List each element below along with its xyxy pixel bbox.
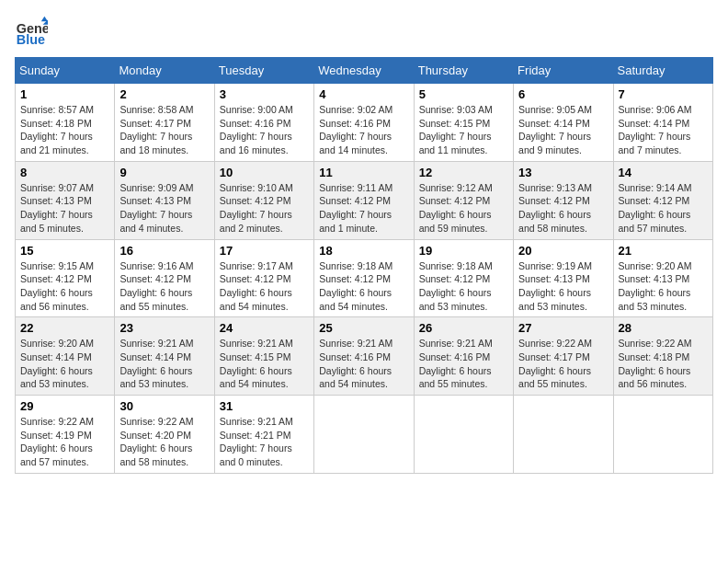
day-info: Sunrise: 9:02 AMSunset: 4:16 PMDaylight:… [319,103,408,157]
calendar-header-monday: Monday [115,58,214,84]
day-info: Sunrise: 8:58 AMSunset: 4:17 PMDaylight:… [119,103,209,157]
day-info: Sunrise: 9:15 AMSunset: 4:12 PMDaylight:… [20,259,109,314]
day-info: Sunrise: 9:20 AMSunset: 4:14 PMDaylight:… [20,337,109,391]
calendar-cell: 23Sunrise: 9:21 AMSunset: 4:14 PMDayligh… [115,317,214,396]
day-number: 15 [20,244,109,258]
day-info: Sunrise: 9:17 AMSunset: 4:12 PMDaylight:… [220,259,309,314]
calendar-cell: 5Sunrise: 9:03 AMSunset: 4:15 PMDaylight… [414,84,513,162]
svg-marker-2 [41,17,48,21]
day-info: Sunrise: 9:19 AMSunset: 4:13 PMDaylight:… [518,259,608,314]
calendar-cell: 14Sunrise: 9:14 AMSunset: 4:12 PMDayligh… [613,161,712,239]
calendar-cell: 4Sunrise: 9:02 AMSunset: 4:16 PMDaylight… [314,84,414,162]
calendar-header-wednesday: Wednesday [314,58,414,84]
calendar-cell: 22Sunrise: 9:20 AMSunset: 4:14 PMDayligh… [16,317,115,396]
calendar-header-tuesday: Tuesday [214,58,313,84]
day-number: 22 [20,321,109,335]
day-info: Sunrise: 9:16 AMSunset: 4:12 PMDaylight:… [119,259,209,314]
day-info: Sunrise: 9:22 AMSunset: 4:18 PMDaylight:… [619,337,708,391]
day-number: 20 [518,244,608,258]
day-number: 1 [20,87,109,101]
header: General Blue [15,15,713,48]
day-number: 4 [319,87,408,101]
day-number: 11 [319,166,408,179]
calendar-cell: 21Sunrise: 9:20 AMSunset: 4:13 PMDayligh… [613,239,712,317]
day-number: 5 [419,87,508,101]
day-number: 18 [319,244,408,258]
day-number: 8 [20,166,109,179]
day-info: Sunrise: 9:21 AMSunset: 4:14 PMDaylight:… [119,337,209,391]
calendar-cell: 25Sunrise: 9:21 AMSunset: 4:16 PMDayligh… [314,317,414,396]
day-number: 27 [518,321,608,335]
day-info: Sunrise: 9:18 AMSunset: 4:12 PMDaylight:… [319,259,408,314]
day-info: Sunrise: 9:11 AMSunset: 4:12 PMDaylight:… [319,181,408,236]
calendar-cell: 2Sunrise: 8:58 AMSunset: 4:17 PMDaylight… [115,84,214,162]
day-info: Sunrise: 9:22 AMSunset: 4:17 PMDaylight:… [518,337,608,391]
calendar-cell: 15Sunrise: 9:15 AMSunset: 4:12 PMDayligh… [16,239,115,317]
calendar-cell: 6Sunrise: 9:05 AMSunset: 4:14 PMDaylight… [514,84,613,162]
day-info: Sunrise: 9:22 AMSunset: 4:19 PMDaylight:… [20,415,109,469]
day-number: 14 [619,166,708,179]
day-info: Sunrise: 9:12 AMSunset: 4:12 PMDaylight:… [419,181,508,236]
day-info: Sunrise: 9:21 AMSunset: 4:21 PMDaylight:… [220,415,309,469]
day-info: Sunrise: 9:06 AMSunset: 4:14 PMDaylight:… [619,103,708,157]
calendar-cell: 31Sunrise: 9:21 AMSunset: 4:21 PMDayligh… [214,396,313,474]
day-number: 19 [419,244,508,258]
calendar-cell: 30Sunrise: 9:22 AMSunset: 4:20 PMDayligh… [115,396,214,474]
calendar-cell: 7Sunrise: 9:06 AMSunset: 4:14 PMDaylight… [613,84,712,162]
day-number: 24 [220,321,309,335]
day-info: Sunrise: 9:07 AMSunset: 4:13 PMDaylight:… [20,181,109,236]
calendar-week-row: 8Sunrise: 9:07 AMSunset: 4:13 PMDaylight… [16,161,713,239]
day-number: 9 [119,166,209,179]
day-number: 2 [119,87,209,101]
calendar-cell [514,396,613,474]
calendar-cell: 1Sunrise: 8:57 AMSunset: 4:18 PMDaylight… [16,84,115,162]
calendar-cell: 28Sunrise: 9:22 AMSunset: 4:18 PMDayligh… [613,317,712,396]
day-number: 30 [119,399,209,413]
day-number: 29 [20,399,109,413]
day-info: Sunrise: 9:18 AMSunset: 4:12 PMDaylight:… [419,259,508,314]
calendar-cell [613,396,712,474]
svg-text:Blue: Blue [17,32,45,47]
day-number: 10 [220,166,309,179]
calendar-header-sunday: Sunday [16,58,115,84]
logo-icon: General Blue [15,15,48,48]
calendar-cell: 10Sunrise: 9:10 AMSunset: 4:12 PMDayligh… [214,161,313,239]
day-info: Sunrise: 9:14 AMSunset: 4:12 PMDaylight:… [619,181,708,236]
day-number: 6 [518,87,608,101]
day-number: 7 [619,87,708,101]
day-number: 12 [419,166,508,179]
day-info: Sunrise: 9:10 AMSunset: 4:12 PMDaylight:… [220,181,309,236]
calendar-cell: 24Sunrise: 9:21 AMSunset: 4:15 PMDayligh… [214,317,313,396]
calendar-cell: 29Sunrise: 9:22 AMSunset: 4:19 PMDayligh… [16,396,115,474]
calendar-header-thursday: Thursday [414,58,513,84]
calendar-cell: 13Sunrise: 9:13 AMSunset: 4:12 PMDayligh… [514,161,613,239]
calendar-cell: 8Sunrise: 9:07 AMSunset: 4:13 PMDaylight… [16,161,115,239]
day-info: Sunrise: 9:13 AMSunset: 4:12 PMDaylight:… [518,181,608,236]
calendar-header-friday: Friday [514,58,613,84]
calendar-cell: 12Sunrise: 9:12 AMSunset: 4:12 PMDayligh… [414,161,513,239]
calendar-cell: 19Sunrise: 9:18 AMSunset: 4:12 PMDayligh… [414,239,513,317]
day-info: Sunrise: 9:05 AMSunset: 4:14 PMDaylight:… [518,103,608,157]
day-number: 3 [220,87,309,101]
day-number: 17 [220,244,309,258]
calendar-cell: 20Sunrise: 9:19 AMSunset: 4:13 PMDayligh… [514,239,613,317]
day-number: 28 [619,321,708,335]
calendar-cell [414,396,513,474]
calendar-week-row: 29Sunrise: 9:22 AMSunset: 4:19 PMDayligh… [16,396,713,474]
day-number: 16 [119,244,209,258]
day-info: Sunrise: 9:03 AMSunset: 4:15 PMDaylight:… [419,103,508,157]
calendar-week-row: 15Sunrise: 9:15 AMSunset: 4:12 PMDayligh… [16,239,713,317]
day-info: Sunrise: 9:21 AMSunset: 4:16 PMDaylight:… [419,337,508,391]
day-info: Sunrise: 9:09 AMSunset: 4:13 PMDaylight:… [119,181,209,236]
calendar-cell: 17Sunrise: 9:17 AMSunset: 4:12 PMDayligh… [214,239,313,317]
calendar-cell: 9Sunrise: 9:09 AMSunset: 4:13 PMDaylight… [115,161,214,239]
day-number: 26 [419,321,508,335]
day-info: Sunrise: 9:21 AMSunset: 4:15 PMDaylight:… [220,337,309,391]
day-info: Sunrise: 9:00 AMSunset: 4:16 PMDaylight:… [220,103,309,157]
day-info: Sunrise: 8:57 AMSunset: 4:18 PMDaylight:… [20,103,109,157]
day-info: Sunrise: 9:21 AMSunset: 4:16 PMDaylight:… [319,337,408,391]
day-number: 23 [119,321,209,335]
day-number: 13 [518,166,608,179]
day-info: Sunrise: 9:22 AMSunset: 4:20 PMDaylight:… [119,415,209,469]
day-number: 21 [619,244,708,258]
